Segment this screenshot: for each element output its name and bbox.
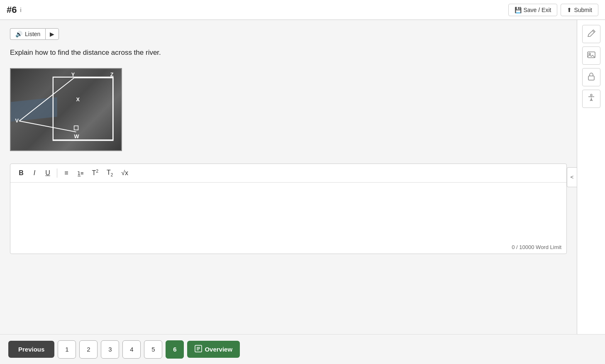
editor-container: B I U ≡ 1̲≡ T2 T2 √x: [10, 164, 567, 254]
main-content: 🔊 Listen ▶ Explain how to find the dista…: [0, 20, 605, 334]
page-6-button[interactable]: 6: [166, 340, 184, 359]
speaker-icon: 🔊: [15, 31, 22, 37]
svg-line-2: [19, 78, 74, 121]
superscript-symbol: 2: [96, 169, 98, 173]
svg-text:X: X: [76, 96, 80, 103]
unordered-list-icon: ≡: [64, 169, 68, 176]
listen-button[interactable]: 🔊 Listen: [10, 28, 45, 40]
svg-point-14: [590, 94, 592, 96]
svg-line-10: [593, 31, 594, 32]
header-left: #6 i: [7, 5, 22, 15]
page-5-button[interactable]: 5: [144, 340, 162, 359]
svg-text:V: V: [15, 117, 19, 124]
svg-rect-13: [588, 76, 594, 80]
bold-button[interactable]: B: [15, 168, 27, 178]
italic-button[interactable]: I: [29, 168, 40, 178]
submit-icon: ⬆: [567, 7, 572, 13]
pencil-icon: [587, 29, 596, 40]
word-limit: 0 / 10000 Word Limit: [10, 241, 566, 254]
footer: Previous 1 2 3 4 5 6 Overview: [0, 334, 605, 364]
submit-button[interactable]: ⬆ Submit: [561, 4, 598, 16]
question-text: Explain how to find the distance across …: [10, 47, 567, 58]
diagram-svg: W V Y Z X: [11, 69, 121, 150]
underline-button[interactable]: U: [42, 168, 54, 178]
info-icon[interactable]: i: [20, 7, 21, 13]
overview-button[interactable]: Overview: [187, 341, 240, 358]
listen-row: 🔊 Listen ▶: [10, 28, 567, 40]
lock-icon: [587, 72, 596, 83]
page-3-button[interactable]: 3: [101, 340, 119, 359]
image-icon: [587, 50, 596, 61]
superscript-button[interactable]: T2: [89, 167, 102, 178]
page-2-button[interactable]: 2: [79, 340, 98, 359]
svg-rect-9: [74, 126, 78, 130]
previous-button[interactable]: Previous: [8, 341, 54, 358]
unordered-list-button[interactable]: ≡: [61, 168, 72, 178]
page-1-button[interactable]: 1: [58, 340, 76, 359]
question-number: #6: [7, 5, 17, 15]
draw-tool-button[interactable]: [582, 25, 600, 43]
save-exit-button[interactable]: 💾 Save / Exit: [508, 4, 558, 16]
save-icon: 💾: [515, 7, 522, 13]
left-panel: 🔊 Listen ▶ Explain how to find the dista…: [0, 20, 577, 334]
editor-body[interactable]: [10, 183, 566, 241]
accessibility-tool-button[interactable]: [582, 90, 600, 108]
play-icon: ▶: [50, 31, 54, 37]
chevron-left-icon: <: [571, 174, 574, 180]
svg-line-1: [19, 121, 76, 132]
collapse-sidebar-button[interactable]: <: [567, 167, 577, 187]
play-button[interactable]: ▶: [45, 28, 59, 40]
question-image: W V Y Z X: [10, 68, 122, 151]
svg-text:W: W: [74, 133, 79, 139]
sqrt-button[interactable]: √x: [118, 168, 132, 178]
right-sidebar: [577, 20, 605, 334]
header-right: 💾 Save / Exit ⬆ Submit: [508, 4, 599, 16]
image-tool-button[interactable]: [582, 46, 600, 65]
header: #6 i 💾 Save / Exit ⬆ Submit: [0, 0, 605, 20]
accessibility-icon: [587, 93, 596, 105]
subscript-symbol: 2: [111, 173, 113, 177]
sqrt-icon: √x: [121, 169, 128, 176]
overview-icon: [195, 345, 202, 354]
svg-text:Y: Y: [71, 71, 75, 77]
lock-tool-button[interactable]: [582, 68, 600, 86]
page-4-button[interactable]: 4: [122, 340, 141, 359]
editor-toolbar: B I U ≡ 1̲≡ T2 T2 √x: [10, 164, 566, 183]
subscript-button[interactable]: T2: [103, 167, 116, 179]
ordered-list-button[interactable]: 1̲≡: [74, 168, 87, 178]
svg-rect-0: [53, 77, 113, 140]
svg-text:Z: Z: [110, 71, 114, 77]
toolbar-divider-1: [57, 169, 57, 178]
ordered-list-icon: 1̲≡: [77, 170, 84, 176]
